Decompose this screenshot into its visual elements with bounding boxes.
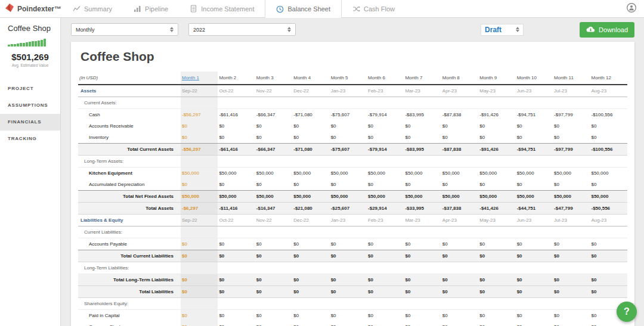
value-cell[interactable]: $0 xyxy=(181,132,218,144)
value-cell[interactable]: $0 xyxy=(181,286,218,298)
months-header-row: (In USD)Month 1Month 2Month 3Month 4Mont… xyxy=(78,72,627,85)
value-cell: $0 xyxy=(478,310,515,322)
status-select-value: Draft xyxy=(485,26,501,34)
balance-sheet-table: (In USD)Month 1Month 2Month 3Month 4Mont… xyxy=(78,72,627,326)
table-row: AssetsSep-22Oct-22Nov-22Dec-22Jan-23Feb-… xyxy=(78,85,627,97)
value-cell: $0 xyxy=(330,179,367,191)
value-cell: $0 xyxy=(590,250,627,262)
value-cell[interactable]: $0 xyxy=(181,274,218,286)
value-cell: $0 xyxy=(478,250,515,262)
empty-cell xyxy=(478,97,515,109)
value-cell[interactable]: $0 xyxy=(181,310,218,322)
empty-cell xyxy=(404,156,441,167)
value-cell: -$97,799 xyxy=(553,144,590,156)
empty-cell xyxy=(218,262,255,274)
tab-balance-sheet[interactable]: Balance Sheet xyxy=(265,0,342,18)
value-cell[interactable]: $0 xyxy=(181,120,218,132)
value-cell: $0 xyxy=(553,321,590,326)
sidebar-item-project[interactable]: PROJECT xyxy=(0,80,60,97)
table-row: Total Liabilities$0$0$0$0$0$0$0$0$0$0$0$… xyxy=(78,286,627,298)
value-cell[interactable]: $50,000 xyxy=(181,191,218,203)
value-cell: $50,000 xyxy=(516,167,553,179)
value-cell: $0 xyxy=(404,321,441,326)
value-cell: $50,000 xyxy=(292,191,329,203)
value-cell: -$83,995 xyxy=(404,109,441,121)
value-cell: -$61,416 xyxy=(218,109,255,121)
user-menu-button[interactable] xyxy=(626,0,644,17)
poindexter-logo-icon xyxy=(5,3,14,15)
empty-cell xyxy=(330,226,367,238)
table-row: Accounts Receivable$0$0$0$0$0$0$0$0$0$0$… xyxy=(78,120,627,132)
value-cell: $0 xyxy=(255,179,292,191)
value-cell: $50,000 xyxy=(255,191,292,203)
value-cell[interactable]: $0 xyxy=(181,321,218,326)
date-cell: Dec-22 xyxy=(292,85,329,97)
sidebar-item-tracking[interactable]: TRACKING xyxy=(0,131,60,147)
value-cell: -$21,080 xyxy=(292,203,329,215)
report-title: Coffee Shop xyxy=(80,49,627,64)
date-cell: Aug-23 xyxy=(590,85,627,97)
table-row: Long-Term Assets: xyxy=(78,156,627,167)
value-cell: -$75,607 xyxy=(330,144,367,156)
empty-cell xyxy=(181,156,218,167)
value-cell: $0 xyxy=(441,310,478,322)
value-cell[interactable]: -$56,297 xyxy=(181,109,218,121)
value-cell: -$16,347 xyxy=(255,203,292,215)
value-cell: $0 xyxy=(404,310,441,322)
tab-label: Pipeline xyxy=(145,5,168,13)
value-cell: $0 xyxy=(330,120,367,132)
empty-cell xyxy=(590,226,627,238)
row-label: Total Long-Term Liabilities xyxy=(78,274,181,286)
row-label: Accounts Payable xyxy=(78,238,181,250)
value-cell: $0 xyxy=(478,321,515,326)
value-cell[interactable]: -$6,297 xyxy=(181,203,218,215)
empty-cell xyxy=(590,262,627,274)
download-button[interactable]: Download xyxy=(580,22,634,38)
month-header[interactable]: Month 1 xyxy=(181,72,218,85)
tab-cash-flow[interactable]: Cash Flow xyxy=(342,0,405,17)
value-cell[interactable]: $50,000 xyxy=(181,167,218,179)
value-cell[interactable]: $0 xyxy=(181,250,218,262)
row-label: Accumulated Depreciation xyxy=(78,179,181,191)
month-header: Month 7 xyxy=(404,72,441,85)
value-cell[interactable]: $0 xyxy=(181,238,218,250)
value-cell: $0 xyxy=(255,238,292,250)
date-cell: Jan-23 xyxy=(330,215,367,226)
value-cell: -$79,914 xyxy=(367,109,404,121)
sidebar-item-assumptions[interactable]: ASSUMPTIONS xyxy=(0,97,60,114)
value-cell: $0 xyxy=(330,286,367,298)
value-cell: $50,000 xyxy=(553,191,590,203)
month-header: Month 9 xyxy=(478,72,515,85)
empty-cell xyxy=(516,298,553,310)
period-select[interactable]: Monthly xyxy=(71,23,178,36)
sidebar-menu: PROJECT ASSUMPTIONS FINANCIALS TRACKING xyxy=(0,80,60,147)
value-cell: $50,000 xyxy=(218,191,255,203)
value-cell: $0 xyxy=(590,286,627,298)
value-cell: -$87,838 xyxy=(441,109,478,121)
income-statement-icon xyxy=(190,5,197,13)
tab-pipeline[interactable]: Pipeline xyxy=(123,0,179,17)
value-cell[interactable]: -$56,297 xyxy=(181,144,218,156)
sidebar-item-financials[interactable]: FINANCIALS xyxy=(0,114,60,131)
help-button[interactable]: ? xyxy=(617,302,637,322)
value-cell: $0 xyxy=(367,310,404,322)
empty-cell xyxy=(478,226,515,238)
table-row: Kitchen Equipment$50,000$50,000$50,000$5… xyxy=(78,167,627,179)
estimated-value-caption: Avg. Estimated Value xyxy=(0,63,60,67)
poindexter-logo[interactable]: Poindexter™ xyxy=(0,0,62,17)
empty-cell xyxy=(367,262,404,274)
tab-income-statement[interactable]: Income Statement xyxy=(179,0,265,17)
table-row: Shareholders Equity: xyxy=(78,298,627,310)
year-select[interactable]: 2022 xyxy=(188,23,296,36)
value-cell: $0 xyxy=(330,321,367,326)
value-cell[interactable]: $0 xyxy=(181,179,218,191)
value-cell: -$83,995 xyxy=(404,144,441,156)
value-cell: $0 xyxy=(292,274,329,286)
tab-summary[interactable]: Summary xyxy=(62,0,123,17)
value-cell: $0 xyxy=(516,321,553,326)
value-cell: $50,000 xyxy=(590,167,627,179)
status-select[interactable]: Draft xyxy=(481,24,524,36)
value-sparkline xyxy=(0,38,60,46)
value-cell: $0 xyxy=(367,250,404,262)
value-cell: $0 xyxy=(218,286,255,298)
